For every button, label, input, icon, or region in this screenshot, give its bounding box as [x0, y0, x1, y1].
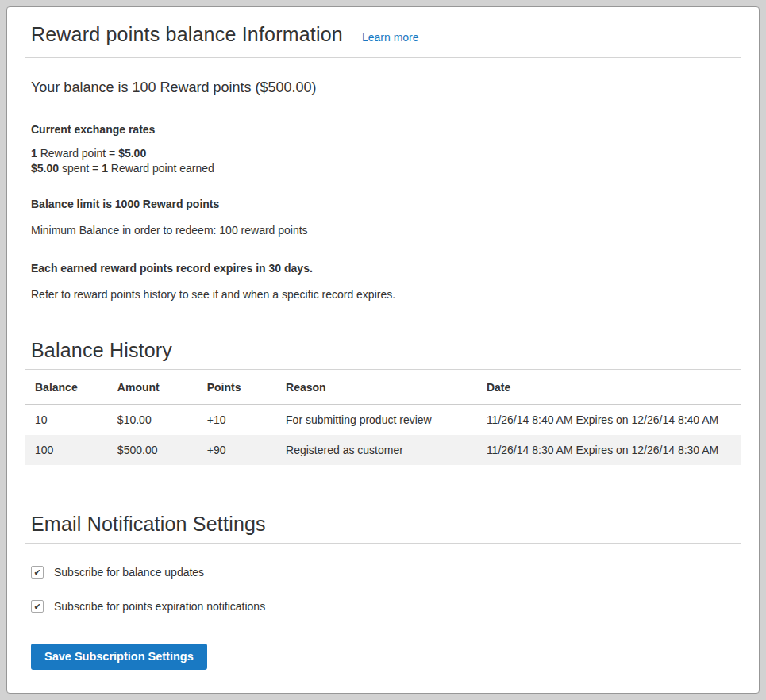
email-notification-title: Email Notification Settings [25, 513, 741, 544]
rate-line-2: $5.00 spent = 1 Reward point earned [31, 161, 741, 176]
cell-points: +90 [197, 435, 275, 465]
minimum-redeem-note: Minimum Balance in order to redeem: 100 … [31, 223, 741, 237]
option-expiration-notifications: Subscribe for points expiration notifica… [31, 600, 741, 613]
page-background: Reward points balance Information Learn … [0, 0, 766, 700]
table-row: 10 $10.00 +10 For submitting product rev… [25, 405, 741, 436]
page-title: Reward points balance Information [31, 23, 343, 46]
cell-balance: 100 [25, 435, 107, 465]
table-row: 100 $500.00 +90 Registered as customer 1… [25, 435, 741, 465]
exchange-rates-heading: Current exchange rates [31, 123, 741, 136]
panel-header: Reward points balance Information Learn … [25, 17, 741, 58]
column-header-reason: Reason [275, 370, 476, 405]
cell-points: +10 [197, 405, 275, 436]
notification-options: Subscribe for balance updates Subscribe … [25, 566, 741, 613]
column-header-amount: Amount [107, 370, 197, 405]
option-label: Subscribe for balance updates [54, 566, 204, 579]
cell-reason: For submitting product review [275, 405, 476, 436]
expiry-heading: Each earned reward points record expires… [31, 262, 741, 275]
balance-history-title: Balance History [25, 339, 741, 370]
column-header-balance: Balance [25, 370, 107, 405]
balance-info-section: Your balance is 100 Reward points ($500.… [25, 78, 741, 302]
expiration-notifications-checkbox[interactable] [31, 600, 44, 613]
cell-date: 11/26/14 8:40 AM Expires on 12/26/14 8:4… [476, 405, 741, 436]
reward-points-panel: Reward points balance Information Learn … [6, 6, 760, 694]
option-label: Subscribe for points expiration notifica… [54, 600, 265, 613]
balance-summary: Your balance is 100 Reward points ($500.… [31, 78, 741, 97]
expiry-note: Refer to reward points history to see if… [31, 287, 741, 302]
exchange-rates: 1 Reward point = $5.00 $5.00 spent = 1 R… [31, 146, 741, 176]
cell-balance: 10 [25, 405, 107, 436]
column-header-points: Points [197, 370, 275, 405]
cell-reason: Registered as customer [275, 435, 476, 465]
table-header-row: Balance Amount Points Reason Date [25, 370, 741, 405]
balance-limit-heading: Balance limit is 1000 Reward points [31, 198, 741, 210]
cell-amount: $500.00 [107, 435, 197, 465]
cell-date: 11/26/14 8:30 AM Expires on 12/26/14 8:3… [476, 435, 741, 465]
learn-more-link[interactable]: Learn more [362, 31, 419, 44]
balance-updates-checkbox[interactable] [31, 566, 44, 579]
column-header-date: Date [476, 370, 741, 405]
balance-history-table: Balance Amount Points Reason Date 10 $10… [25, 370, 741, 465]
save-subscription-button[interactable]: Save Subscription Settings [31, 644, 207, 670]
rate-line-1: 1 Reward point = $5.00 [31, 146, 741, 161]
cell-amount: $10.00 [107, 405, 197, 436]
option-balance-updates: Subscribe for balance updates [31, 566, 741, 579]
